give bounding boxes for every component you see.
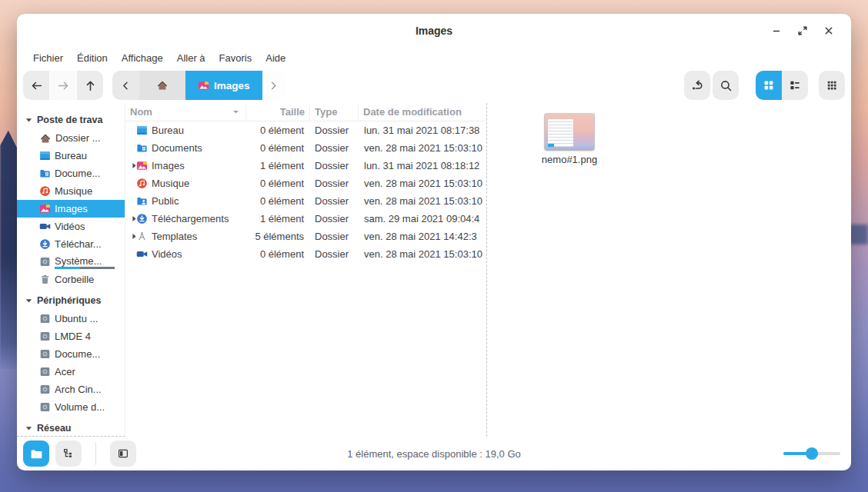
- toggle-sidebar-button[interactable]: [110, 440, 136, 467]
- drive-icon: [39, 348, 51, 360]
- download-icon: [136, 213, 148, 224]
- places-folder-icon: [30, 447, 43, 460]
- compact-view-button[interactable]: [819, 71, 845, 100]
- sidebar-item-t-l-char-[interactable]: Téléchar...: [17, 235, 125, 253]
- sidebar-item-vid-os[interactable]: Vidéos: [17, 218, 125, 235]
- forward-button[interactable]: [50, 71, 76, 100]
- drive-icon: [39, 401, 51, 413]
- folder-public-icon: [136, 195, 148, 207]
- show-treeview-button[interactable]: [55, 440, 82, 467]
- table-row-templates[interactable]: Templates5 élémentsDossierven. 28 mai 20…: [125, 228, 486, 245]
- grid-view-icon: [763, 79, 775, 91]
- pictures-icon: [136, 160, 148, 171]
- sidebar-item-corbeille[interactable]: Corbeille: [17, 271, 125, 288]
- breadcrumb-current-label: Images: [214, 80, 250, 91]
- treeview-icon: [62, 447, 75, 460]
- breadcrumb-home-button[interactable]: [139, 71, 185, 100]
- table-row-documents[interactable]: Documents0 élémentDossierven. 28 mai 202…: [125, 139, 486, 157]
- toggle-location-entry-button[interactable]: [684, 71, 710, 100]
- table-row-musique[interactable]: Musique0 élémentDossierven. 28 mai 2021 …: [125, 175, 486, 192]
- desktop-icon: [136, 125, 148, 136]
- maximize-button[interactable]: [793, 21, 813, 41]
- search-icon: [719, 79, 733, 92]
- sort-descending-icon[interactable]: [231, 107, 241, 117]
- home-icon: [39, 132, 52, 145]
- arrow-right-icon: [57, 79, 70, 92]
- sidebar-item-docume-[interactable]: Docume...: [17, 345, 125, 363]
- zoom-slider-handle[interactable]: [806, 447, 818, 460]
- menu-item-5[interactable]: Aide: [259, 50, 292, 66]
- pictures-icon: [39, 203, 51, 214]
- search-button[interactable]: [713, 71, 739, 100]
- sidebar-toggle-icon: [117, 447, 129, 460]
- breadcrumb-next-button[interactable]: [262, 71, 285, 100]
- toggle-location-icon: [691, 79, 704, 92]
- list-column-headers: Nom Taille Type Date de modification: [125, 103, 486, 121]
- breadcrumb: Images: [112, 71, 285, 100]
- table-row-public[interactable]: Public0 élémentDossierven. 28 mai 2021 1…: [125, 192, 486, 210]
- menubar: FichierÉditionAffichageAller àFavorisAid…: [17, 48, 851, 68]
- list-view-button[interactable]: [782, 71, 808, 100]
- file-manager-window: Images FichierÉditionAffichageAller àFav…: [17, 14, 851, 470]
- table-row-bureau[interactable]: Bureau0 élémentDossierlun. 31 mai 2021 0…: [125, 121, 486, 139]
- drive-icon: [39, 256, 51, 268]
- folder-documents-icon: [136, 142, 148, 154]
- sidebar-item-bureau[interactable]: Bureau: [17, 147, 125, 165]
- expander-icon[interactable]: [125, 161, 136, 170]
- sidebar-item-acer[interactable]: Acer: [17, 363, 125, 381]
- column-header-date[interactable]: Date de modification: [359, 103, 486, 121]
- drive-icon: [39, 331, 51, 342]
- menu-item-4[interactable]: Favoris: [212, 50, 259, 66]
- column-header-size[interactable]: Taille: [246, 103, 310, 121]
- menu-item-3[interactable]: Aller à: [170, 50, 212, 66]
- arrow-up-icon: [84, 79, 97, 92]
- sidebar-item-docume-[interactable]: Docume...: [17, 165, 125, 182]
- sidebar-item-musique[interactable]: Musique: [17, 182, 125, 200]
- breadcrumb-prev-button[interactable]: [112, 71, 139, 100]
- folder-documents-icon: [39, 168, 51, 179]
- sidebar-item-arch-cin-[interactable]: Arch Cin...: [17, 381, 125, 398]
- window-title: Images: [17, 25, 851, 37]
- minimize-button[interactable]: [766, 21, 786, 41]
- grid-view-button[interactable]: [756, 71, 782, 100]
- chevron-right-icon: [268, 80, 279, 91]
- sidebar-item-images[interactable]: Images: [17, 200, 125, 218]
- close-button[interactable]: [819, 21, 839, 41]
- status-text: 1 élément, espace disponible : 19,0 Go: [17, 448, 851, 460]
- expander-icon: [130, 214, 136, 223]
- minimize-icon: [770, 25, 783, 37]
- templates-icon: [136, 231, 148, 242]
- up-button[interactable]: [77, 71, 103, 100]
- video-icon: [39, 221, 51, 232]
- table-row-vid-os[interactable]: Vidéos0 élémentDossierven. 28 mai 2021 1…: [125, 245, 486, 263]
- expander-icon[interactable]: [125, 214, 136, 223]
- back-button[interactable]: [23, 71, 49, 100]
- table-row-images[interactable]: Images1 élémentDossierlun. 31 mai 2021 0…: [125, 157, 486, 175]
- show-places-button[interactable]: [23, 440, 49, 467]
- home-icon: [156, 79, 169, 91]
- menu-item-2[interactable]: Affichage: [115, 50, 170, 66]
- sidebar-item-syst-me-[interactable]: Système...: [17, 253, 125, 271]
- music-icon: [39, 185, 51, 197]
- titlebar[interactable]: Images: [17, 14, 851, 48]
- sidebar-item-dossier-[interactable]: Dossier ...: [17, 129, 125, 147]
- column-header-name[interactable]: Nom: [125, 103, 246, 121]
- list-view-icon: [789, 79, 801, 91]
- sidebar-item-ubuntu-[interactable]: Ubuntu ...: [17, 310, 125, 327]
- sidebar-section-0[interactable]: Poste de trava: [17, 111, 125, 129]
- menu-item-0[interactable]: Fichier: [26, 50, 70, 66]
- list-pane: Nom Taille Type Date de modification Bur…: [125, 103, 487, 437]
- column-header-type[interactable]: Type: [310, 103, 359, 121]
- sidebar-item-lmde-4[interactable]: LMDE 4: [17, 327, 125, 345]
- table-row-t-l-chargements[interactable]: Téléchargements1 élémentDossiersam. 29 m…: [125, 210, 486, 228]
- sidebar-item-volume-d-[interactable]: Volume d...: [17, 398, 125, 416]
- sidebar-section-2[interactable]: Réseau: [17, 419, 125, 437]
- menu-item-1[interactable]: Édition: [70, 50, 115, 66]
- sidebar-section-1[interactable]: Périphériques: [17, 291, 125, 310]
- breadcrumb-current-folder[interactable]: Images: [185, 71, 262, 100]
- chevron-left-icon: [120, 80, 132, 91]
- zoom-slider[interactable]: [783, 447, 840, 460]
- file-item-nemo-1-png[interactable]: nemo#1.png: [527, 114, 612, 165]
- expander-icon[interactable]: [125, 232, 136, 241]
- drive-icon: [39, 313, 51, 324]
